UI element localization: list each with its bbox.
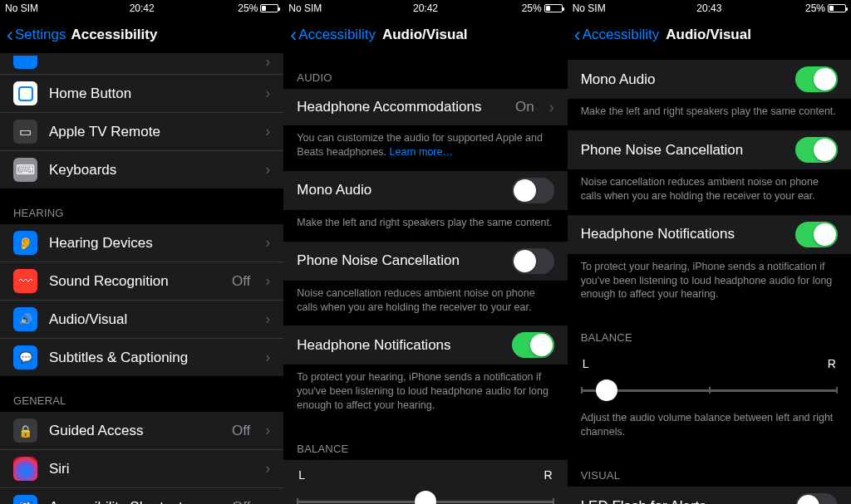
chevron-right-icon: › (265, 161, 270, 179)
row-label: Sound Recognition (49, 273, 220, 290)
nav-bar: ‹ Accessibility Audio/Visual (283, 17, 567, 53)
content-scroll[interactable]: Mono Audio Make the left and right speak… (568, 53, 851, 504)
chevron-right-icon: › (265, 234, 270, 252)
ear-icon: 👂 (13, 231, 37, 255)
balance-slider-wrap: L R (568, 349, 851, 405)
row-headphone-notifications: Headphone Notifications (568, 215, 851, 254)
chevron-right-icon: › (265, 85, 270, 102)
lock-icon: 🔒 (13, 418, 37, 443)
balance-slider[interactable] (297, 490, 553, 504)
page-title: Audio/Visual (382, 27, 468, 43)
screen-audio-visual-1: No SIM 20:42 25% ‹ Accessibility Audio/V… (283, 0, 567, 504)
learn-more-link[interactable]: Learn more… (390, 146, 453, 158)
back-button[interactable]: ‹ Accessibility (574, 25, 660, 45)
row-accessibility-shortcut[interactable]: ♿ Accessibility Shortcut Off › (0, 488, 283, 504)
chevron-left-icon: ‹ (7, 25, 13, 45)
section-header-general: General (0, 376, 283, 412)
row-label: Headphone Accommodations (297, 99, 504, 115)
row-label: Phone Noise Cancellation (581, 142, 784, 159)
row-label: Subtitles & Captioning (49, 350, 250, 366)
row-value: Off (232, 423, 250, 439)
section-header-audio: Audio (283, 53, 567, 89)
battery-fill (546, 6, 550, 11)
back-button[interactable]: ‹ Accessibility (290, 25, 376, 45)
section-header-visual: Visual (568, 451, 851, 487)
chevron-right-icon: › (265, 498, 270, 504)
battery-icon (260, 4, 278, 12)
home-button-icon (13, 81, 37, 105)
balance-thumb[interactable] (415, 491, 436, 504)
chevron-left-icon: ‹ (290, 25, 297, 45)
footer-noise: Noise cancellation reduces ambient noise… (568, 169, 851, 215)
row-headphone-accommodations[interactable]: Headphone Accommodations On › (283, 89, 567, 125)
partial-row[interactable]: › (0, 53, 283, 75)
balance-thumb[interactable] (596, 379, 617, 401)
row-subtitles[interactable]: 💬 Subtitles & Captioning › (0, 339, 283, 376)
footer-mono: Make the left and right speakers play th… (568, 99, 851, 130)
battery-fill (262, 6, 266, 11)
row-siri[interactable]: Siri › (0, 450, 283, 488)
row-label: Hearing Devices (49, 235, 250, 252)
noise-cancellation-toggle[interactable] (512, 248, 554, 274)
battery-icon (544, 4, 563, 12)
row-label: Keyboards (49, 162, 250, 179)
battery-icon (828, 4, 846, 12)
accessibility-icon: ♿ (13, 495, 37, 504)
chevron-right-icon: › (265, 349, 270, 366)
chevron-right-icon: › (265, 311, 270, 328)
screen-audio-visual-2: No SIM 20:43 25% ‹ Accessibility Audio/V… (568, 0, 851, 504)
keyboards-icon: ⌨ (13, 158, 37, 182)
back-button[interactable]: ‹ Settings (7, 25, 66, 45)
row-home-button[interactable]: Home Button › (0, 75, 283, 113)
page-title: Audio/Visual (666, 27, 751, 43)
row-guided-access[interactable]: 🔒 Guided Access Off › (0, 412, 283, 450)
content-scroll[interactable]: › Home Button › ▭ Apple TV Remote › ⌨ Ke… (0, 53, 283, 504)
row-audio-visual[interactable]: 🔊 Audio/Visual › (0, 301, 283, 339)
row-label: Audio/Visual (49, 311, 250, 328)
balance-right-label: R (828, 357, 836, 370)
row-mono-audio: Mono Audio (283, 171, 567, 210)
status-time: 20:42 (283, 2, 567, 14)
chevron-right-icon: › (265, 422, 270, 439)
status-time: 20:42 (0, 2, 283, 14)
row-keyboards[interactable]: ⌨ Keyboards › (0, 151, 283, 188)
row-appletv-remote[interactable]: ▭ Apple TV Remote › (0, 113, 283, 151)
back-label: Accessibility (298, 27, 376, 43)
headphone-notifications-toggle[interactable] (795, 222, 838, 247)
footer-hpnotif: To protect your hearing, iPhone sends a … (568, 254, 851, 314)
footer-mono: Make the left and right speakers play th… (283, 210, 567, 242)
row-label: Mono Audio (581, 71, 784, 88)
row-value: Off (232, 499, 250, 505)
chevron-right-icon: › (265, 123, 270, 140)
row-label: LED Flash for Alerts (581, 498, 784, 504)
chevron-right-icon: › (265, 460, 270, 477)
section-header-balance: Balance (283, 424, 567, 460)
content-scroll[interactable]: Audio Headphone Accommodations On › You … (283, 53, 567, 504)
screen-accessibility: No SIM 20:42 25% ‹ Settings Accessibilit… (0, 0, 283, 504)
row-led-flash: LED Flash for Alerts (568, 487, 851, 504)
section-header-balance: Balance (568, 313, 851, 349)
row-headphone-notifications: Headphone Notifications (283, 325, 567, 365)
row-sound-recognition[interactable]: 〰 Sound Recognition Off › (0, 262, 283, 301)
mono-audio-toggle[interactable] (795, 66, 838, 92)
status-bar: No SIM 20:42 25% (283, 0, 567, 17)
row-hearing-devices[interactable]: 👂 Hearing Devices › (0, 224, 283, 262)
row-label: Headphone Notifications (581, 226, 784, 242)
page-title: Accessibility (71, 27, 157, 43)
chevron-right-icon: › (265, 272, 270, 290)
row-label: Siri (49, 461, 250, 477)
status-bar: No SIM 20:43 25% (568, 0, 851, 17)
row-mono-audio: Mono Audio (568, 60, 851, 99)
generic-icon (13, 56, 37, 69)
balance-slider[interactable] (581, 379, 838, 402)
footer-noise: Noise cancellation reduces ambient noise… (283, 281, 567, 326)
headphone-notifications-toggle[interactable] (512, 332, 554, 358)
row-value: On (515, 99, 534, 115)
noise-cancellation-toggle[interactable] (795, 137, 838, 163)
speaker-icon: 🔊 (13, 307, 37, 331)
mono-audio-toggle[interactable] (512, 178, 554, 203)
row-label: Accessibility Shortcut (49, 499, 220, 504)
footer-balance: Adjust the audio volume balance between … (568, 405, 851, 451)
led-flash-toggle[interactable] (795, 493, 838, 504)
row-label: Apple TV Remote (49, 124, 250, 140)
